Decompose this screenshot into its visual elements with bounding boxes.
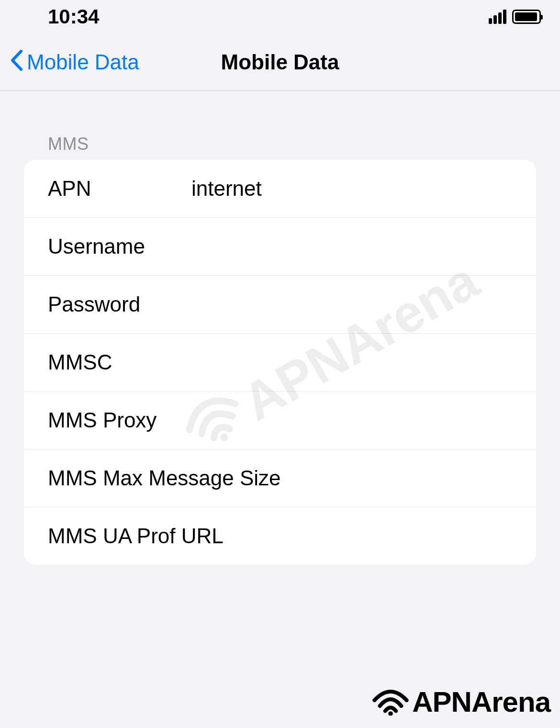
status-indicators [489, 10, 541, 24]
cellular-signal-icon [489, 10, 506, 24]
password-label: Password [48, 292, 191, 316]
footer-text: APNArena [412, 685, 550, 718]
battery-icon [512, 10, 541, 24]
mms-ua-prof-row[interactable]: MMS UA Prof URL [24, 507, 536, 565]
mms-max-size-row[interactable]: MMS Max Message Size [24, 449, 536, 507]
mms-proxy-row[interactable]: MMS Proxy [24, 392, 536, 449]
mms-proxy-label: MMS Proxy [48, 408, 536, 432]
settings-group: APN Username Password MMSC MMS Proxy MMS… [24, 160, 536, 565]
back-button[interactable]: Mobile Data [10, 49, 139, 75]
password-field[interactable] [191, 292, 536, 316]
apn-row[interactable]: APN [24, 160, 536, 218]
chevron-left-icon [10, 49, 23, 75]
back-label: Mobile Data [27, 50, 139, 74]
wifi-icon [371, 687, 410, 717]
mms-ua-prof-label: MMS UA Prof URL [48, 524, 536, 548]
content-area: MMS APN Username Password MMSC MMS Proxy… [0, 91, 560, 565]
username-row[interactable]: Username [24, 218, 536, 276]
mms-max-size-label: MMS Max Message Size [48, 466, 536, 490]
svg-point-1 [388, 711, 393, 716]
username-field[interactable] [191, 235, 536, 258]
apn-field[interactable] [191, 177, 536, 201]
password-row[interactable]: Password [24, 276, 536, 334]
mmsc-label: MMSC [48, 350, 191, 374]
footer-logo: APNArena [371, 685, 550, 718]
username-label: Username [48, 235, 191, 258]
status-time: 10:34 [48, 5, 99, 28]
mmsc-row[interactable]: MMSC [24, 334, 536, 392]
mmsc-field[interactable] [191, 350, 536, 374]
apn-label: APN [48, 177, 191, 201]
section-header: MMS [24, 91, 536, 160]
navigation-bar: Mobile Data Mobile Data [0, 34, 560, 91]
status-bar: 10:34 [0, 0, 560, 34]
page-title: Mobile Data [221, 50, 339, 74]
